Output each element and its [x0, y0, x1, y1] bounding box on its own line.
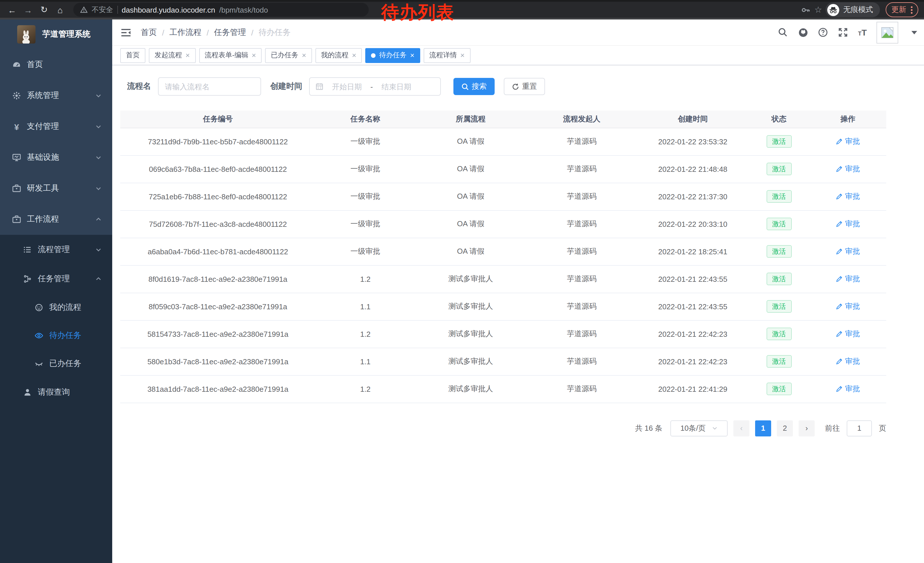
update-label: 更新	[891, 5, 906, 15]
tab-close-icon[interactable]: ×	[460, 51, 465, 59]
starter-cell: 芋道源码	[526, 320, 637, 348]
sidebar-item-home[interactable]: 首页	[0, 49, 112, 80]
sidebar-item-label: 基础设施	[27, 152, 59, 163]
password-key-icon[interactable]	[801, 5, 811, 15]
approve-link[interactable]: 审批	[836, 246, 860, 257]
fullscreen-icon[interactable]	[838, 27, 848, 38]
page-button-1[interactable]: 1	[755, 420, 771, 436]
sidebar-item-done-tasks[interactable]: 已办任务	[0, 349, 112, 377]
reload-icon[interactable]: ↻	[38, 5, 50, 15]
task-name-cell: 1.1	[315, 348, 415, 375]
page-size-select[interactable]: 10条/页	[670, 420, 728, 436]
approve-link[interactable]: 审批	[836, 274, 860, 284]
tab-start-process[interactable]: 发起流程×	[149, 48, 195, 63]
chevron-down-icon	[95, 185, 102, 192]
approve-link[interactable]: 审批	[836, 301, 860, 312]
forward-icon[interactable]: →	[22, 5, 34, 15]
main-content: 流程名 创建时间 - 搜索 重置	[112, 66, 924, 563]
breadcrumb-task-management[interactable]: 任务管理	[214, 27, 246, 38]
table-row: 381aa1dd-7ac8-11ec-a9e2-a2380e71991a 1.2…	[120, 375, 886, 402]
sidebar-item-task-management[interactable]: 任务管理	[0, 264, 112, 293]
tab-todo-tasks[interactable]: 待办任务×	[366, 48, 420, 63]
bookmark-star-icon[interactable]: ☆	[814, 5, 822, 15]
back-icon[interactable]: ←	[6, 5, 18, 15]
task-name-cell: 一级审批	[315, 238, 415, 265]
approve-link[interactable]: 审批	[836, 329, 860, 339]
sidebar-item-leave-query[interactable]: 请假查询	[0, 377, 112, 407]
update-button[interactable]: 更新	[886, 2, 918, 17]
process-cell: OA 请假	[415, 210, 526, 238]
end-date-input[interactable]	[375, 82, 418, 91]
incognito-label: 无痕模式	[843, 5, 873, 15]
next-page-button[interactable]: ›	[799, 420, 814, 436]
task-name-cell: 1.1	[315, 293, 415, 320]
tab-close-icon[interactable]: ×	[186, 51, 190, 59]
app-logo[interactable]: 芋道管理系统	[0, 20, 112, 49]
github-icon[interactable]	[798, 27, 808, 38]
process-name-input[interactable]	[158, 77, 261, 96]
incognito-badge[interactable]: 无痕模式	[825, 2, 880, 17]
tab-close-icon[interactable]: ×	[352, 51, 356, 59]
task-id-cell: 069c6a63-7b8a-11ec-8ef0-acde48001122	[120, 155, 315, 183]
tab-close-icon[interactable]: ×	[410, 51, 414, 59]
avatar[interactable]	[876, 21, 898, 43]
breadcrumb-home[interactable]: 首页	[141, 27, 157, 38]
sidebar-item-infrastructure[interactable]: 基础设施	[0, 142, 112, 173]
sidebar-item-workflow[interactable]: 工作流程	[0, 204, 112, 235]
approve-link[interactable]: 审批	[836, 136, 860, 147]
tab-close-icon[interactable]: ×	[252, 51, 256, 59]
date-range-picker[interactable]: -	[309, 77, 441, 96]
pencil-icon	[836, 303, 843, 310]
address-bar[interactable]: 不安全 dashboard.yudao.iocoder.cn/bpm/task/…	[73, 3, 369, 17]
status-cell: 激活	[748, 128, 810, 155]
goto-page-input[interactable]	[847, 420, 872, 436]
approve-link[interactable]: 审批	[836, 356, 860, 366]
sidebar-item-payment[interactable]: ¥ 支付管理	[0, 111, 112, 142]
tab-form-edit[interactable]: 流程表单-编辑×	[199, 48, 262, 63]
column-task-name: 任务名称	[315, 111, 415, 128]
tab-my-process[interactable]: 我的流程×	[315, 48, 362, 63]
url-domain[interactable]: dashboard.yudao.iocoder.cn	[122, 6, 215, 14]
reset-button[interactable]: 重置	[504, 78, 545, 95]
breadcrumb-workflow[interactable]: 工作流程	[170, 27, 201, 38]
task-id-cell: 580e1b3d-7ac8-11ec-a9e2-a2380e71991a	[120, 348, 315, 375]
status-cell: 激活	[748, 210, 810, 238]
search-button[interactable]: 搜索	[453, 78, 495, 95]
font-size-icon[interactable]: TT	[858, 27, 867, 38]
tab-close-icon[interactable]: ×	[302, 51, 306, 59]
start-date-input[interactable]	[326, 82, 368, 91]
search-icon[interactable]	[778, 27, 788, 38]
chevron-down-icon	[95, 246, 102, 253]
action-cell: 审批	[810, 265, 886, 293]
prev-page-button[interactable]: ‹	[734, 420, 749, 436]
approve-link[interactable]: 审批	[836, 384, 860, 394]
yen-icon: ¥	[12, 122, 21, 131]
avatar-caret-icon[interactable]	[911, 31, 917, 34]
sidebar-item-system[interactable]: 系统管理	[0, 80, 112, 111]
list-icon	[23, 245, 32, 254]
action-cell: 审批	[810, 210, 886, 238]
tab-done-tasks[interactable]: 已办任务×	[265, 48, 312, 63]
task-name-cell: 一级审批	[315, 128, 415, 155]
approve-link[interactable]: 审批	[836, 219, 860, 229]
help-icon[interactable]	[818, 27, 828, 38]
sidebar-item-process-management[interactable]: 流程管理	[0, 235, 112, 264]
tab-home[interactable]: 首页	[120, 48, 146, 63]
tags-view: 首页 发起流程× 流程表单-编辑× 已办任务× 我的流程× 待办任务× 流程详情…	[112, 46, 924, 65]
sidebar-item-dev-tools[interactable]: 研发工具	[0, 173, 112, 204]
sidebar-item-my-process[interactable]: 我的流程	[0, 293, 112, 321]
action-cell: 审批	[810, 128, 886, 155]
security-label[interactable]: 不安全	[92, 5, 113, 15]
date-range-separator: -	[370, 82, 373, 91]
browser-menu-icon[interactable]	[911, 6, 912, 14]
status-badge: 激活	[766, 300, 792, 313]
home-icon[interactable]: ⌂	[54, 5, 66, 15]
approve-link[interactable]: 审批	[836, 191, 860, 201]
page-button-2[interactable]: 2	[777, 420, 793, 436]
tab-process-detail[interactable]: 流程详情×	[424, 48, 470, 63]
monitor-icon	[12, 153, 21, 162]
collapse-sidebar-icon[interactable]	[120, 27, 132, 38]
sidebar-item-label: 支付管理	[27, 122, 59, 132]
sidebar-item-todo-tasks[interactable]: 待办任务	[0, 321, 112, 349]
approve-link[interactable]: 审批	[836, 164, 860, 174]
